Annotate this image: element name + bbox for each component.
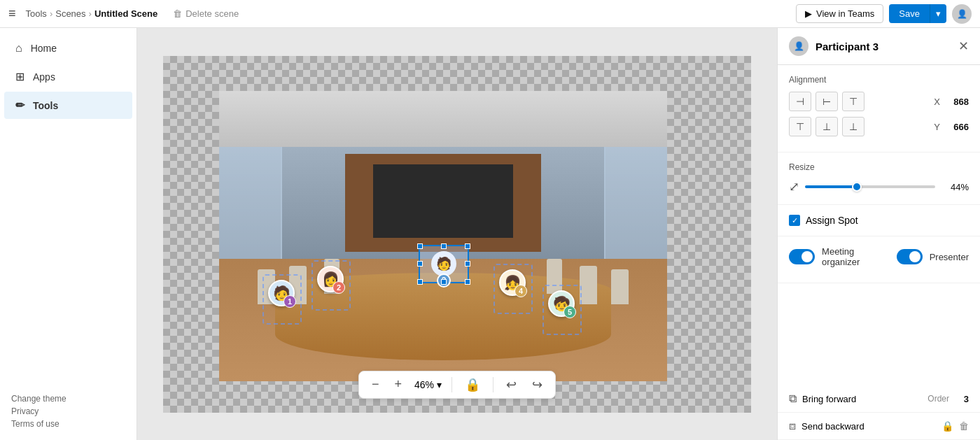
user-avatar[interactable]: 👤: [952, 4, 972, 24]
resize-expand-icon[interactable]: ⤢: [789, 179, 799, 194]
align-hcenter-button[interactable]: ⊢: [816, 92, 838, 111]
meeting-organizer-row: Meeting organizer Presenter: [789, 246, 969, 267]
zoom-level-value: 46%: [414, 379, 434, 390]
resize-handle-bl[interactable]: [417, 279, 423, 285]
save-dropdown-arrow[interactable]: ▾: [930, 4, 946, 23]
save-button[interactable]: Save ▾: [889, 4, 946, 23]
alignment-section: Alignment ⊣ ⊢ ⊤ X 868 ⊤ ⊥ ⊥ Y 666: [778, 65, 980, 152]
send-backward-icon: ⧈: [789, 420, 796, 432]
participant-5-number: 5: [564, 306, 576, 318]
participant-5[interactable]: 🧒 5: [548, 290, 575, 317]
meeting-organizer-label: Meeting organizer: [822, 246, 889, 267]
bring-forward-order-label: Order: [927, 394, 949, 404]
resize-handle-tl[interactable]: [417, 243, 423, 249]
assign-spot-checkbox[interactable]: ✓: [789, 215, 800, 226]
x-coord-label: X: [934, 97, 940, 107]
panel-header: 👤 Participant 3 ✕: [778, 28, 980, 65]
privacy-link[interactable]: Privacy: [11, 406, 125, 416]
align-vcenter-button[interactable]: ⊥: [816, 117, 838, 136]
panel-close-button[interactable]: ✕: [958, 40, 969, 52]
zoom-in-button[interactable]: +: [391, 376, 405, 393]
align-bottom-button[interactable]: ⊥: [842, 117, 864, 136]
assign-spot-row: ✓ Assign Spot: [789, 215, 969, 226]
breadcrumb-scenes[interactable]: Scenes: [55, 8, 85, 19]
resize-handle-b[interactable]: [441, 279, 447, 285]
right-panel: 👤 Participant 3 ✕ Alignment ⊣ ⊢ ⊤ X 868 …: [777, 28, 980, 440]
sidebar-apps-label: Apps: [33, 71, 55, 83]
alignment-row-2: ⊤ ⊥ ⊥ Y 666: [789, 117, 969, 136]
participant-1[interactable]: 🧑 1: [268, 280, 295, 306]
panel-spacer: [778, 283, 980, 385]
bottom-toolbar: − + 46% ▾ 🔒 ↩ ↪: [358, 371, 556, 399]
breadcrumb-tools[interactable]: Tools: [26, 8, 47, 19]
sidebar-item-tools[interactable]: ✏ Tools: [4, 92, 132, 119]
resize-handle-t[interactable]: [441, 243, 447, 249]
send-backward-button[interactable]: ⧈ Send backward 🔒 🗑: [778, 413, 980, 440]
sidebar-item-home[interactable]: ⌂ Home: [4, 35, 132, 62]
toolbar-divider-1: [451, 377, 452, 392]
resize-slider[interactable]: [805, 185, 935, 188]
topbar: ≡ Tools › Scenes › Untitled Scene 🗑 Dele…: [0, 0, 980, 28]
zoom-out-button[interactable]: −: [369, 376, 382, 393]
send-backward-label: Send backward: [802, 421, 936, 432]
sidebar-tools-label: Tools: [33, 100, 58, 111]
save-button-group: Save ▾: [889, 4, 946, 23]
delete-scene-button[interactable]: 🗑 Delete scene: [173, 8, 239, 19]
sidebar-item-apps[interactable]: ⊞ Apps: [4, 63, 132, 90]
toggles-section: Meeting organizer Presenter: [778, 236, 980, 283]
view-in-teams-button[interactable]: ▶ View in Teams: [796, 4, 883, 23]
participant-3-selected-box: 🧑 3: [419, 245, 469, 283]
resize-handle-r[interactable]: [465, 261, 470, 267]
bring-forward-order-value: 3: [955, 394, 969, 404]
delete-layer-icon[interactable]: 🗑: [959, 420, 969, 432]
resize-section: Resize ⤢ 44%: [778, 152, 980, 205]
participant-3[interactable]: 🧑 3: [419, 245, 469, 283]
scene-background: 🧑 1 👩 2 🧑 3: [219, 91, 667, 381]
resize-handle-l[interactable]: [417, 261, 423, 267]
align-top-button[interactable]: ⊤: [789, 117, 811, 136]
lock-button[interactable]: 🔒: [462, 376, 483, 394]
topbar-left: ≡ Tools › Scenes › Untitled Scene 🗑 Dele…: [8, 6, 792, 21]
redo-button[interactable]: ↪: [529, 376, 545, 394]
terms-link[interactable]: Terms of use: [11, 419, 125, 429]
participant-4[interactable]: 👧 4: [499, 269, 526, 296]
room-ceiling: [219, 91, 667, 147]
presenter-toggle[interactable]: [897, 249, 923, 264]
sidebar-footer: Change theme Privacy Terms of use: [0, 385, 136, 440]
x-coord-value: 868: [944, 97, 969, 107]
align-left-button[interactable]: ⊣: [789, 92, 811, 111]
meeting-organizer-toggle[interactable]: [789, 249, 815, 264]
delete-label: Delete scene: [186, 8, 239, 19]
participant-2-number: 2: [332, 281, 345, 294]
resize-label: Resize: [789, 162, 969, 172]
resize-handle-tr[interactable]: [465, 243, 470, 249]
panel-avatar-icon: 👤: [789, 36, 808, 56]
participant-1-wrapper: 🧑 1: [268, 280, 295, 306]
bring-forward-label: Bring forward: [802, 394, 922, 404]
canvas-area[interactable]: 🧑 1 👩 2 🧑 3: [137, 28, 777, 440]
menu-icon[interactable]: ≡: [8, 6, 16, 21]
assign-spot-section: ✓ Assign Spot: [778, 205, 980, 236]
lock-layer-icon[interactable]: 🔒: [941, 420, 953, 432]
sidebar: ⌂ Home ⊞ Apps ✏ Tools Change theme Priva…: [0, 28, 137, 440]
resize-slider-thumb[interactable]: [852, 182, 862, 192]
resize-pct-value: 44%: [941, 182, 969, 192]
breadcrumb-sep2: ›: [89, 8, 92, 19]
resize-handle-br[interactable]: [465, 279, 470, 285]
presenter-toggle-thumb: [909, 251, 920, 262]
meeting-organizer-toggle-thumb: [802, 251, 813, 262]
participant-4-wrapper: 👧 4: [499, 269, 526, 296]
canvas-checkered: 🧑 1 👩 2 🧑 3: [163, 56, 751, 413]
send-backward-actions: 🔒 🗑: [941, 420, 969, 432]
y-coord-label: Y: [934, 122, 940, 132]
change-theme-link[interactable]: Change theme: [11, 394, 125, 404]
topbar-right: ▶ View in Teams Save ▾ 👤: [796, 4, 972, 24]
bring-forward-button[interactable]: ⧉ Bring forward Order 3: [778, 385, 980, 413]
participant-2[interactable]: 👩 2: [317, 266, 344, 292]
view-teams-label: View in Teams: [816, 8, 874, 19]
play-icon: ▶: [805, 8, 812, 19]
zoom-level-control[interactable]: 46% ▾: [414, 379, 442, 390]
zoom-dropdown-arrow[interactable]: ▾: [437, 379, 442, 390]
undo-button[interactable]: ↩: [503, 376, 519, 394]
align-right-button[interactable]: ⊤: [842, 92, 864, 111]
